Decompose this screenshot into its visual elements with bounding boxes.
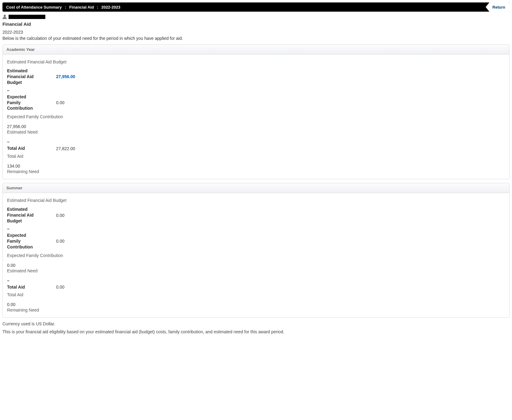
estimated-need-label: Estimated Need	[7, 268, 505, 273]
estimated-need-value: 0.00	[7, 263, 505, 268]
remaining-need-value: 134.00	[7, 164, 505, 168]
budget-subhead: Estimated Financial Aid Budget	[7, 198, 505, 203]
remaining-need-label: Remaining Need	[7, 308, 505, 312]
efc-label: Expected Family Contribution	[7, 233, 41, 250]
row-efc: Expected Family Contribution 0.00	[7, 233, 505, 250]
panel-header: Academic Year	[3, 45, 509, 55]
row-efc: Expected Family Contribution 0.00	[7, 94, 505, 112]
user-icon	[2, 15, 7, 19]
total-aid-value: 27,822.00	[56, 146, 75, 151]
minus-icon: –	[7, 226, 505, 231]
efc-value: 0.00	[56, 239, 64, 244]
user-name-redacted	[9, 15, 45, 19]
total-aid-label: Total Aid	[7, 284, 41, 290]
budget-value: 0.00	[56, 213, 64, 218]
estimated-need-label: Estimated Need	[7, 130, 505, 134]
return-button[interactable]: Return	[486, 2, 510, 12]
efc-value: 0.00	[56, 100, 64, 105]
breadcrumb-item: Cost of Attendance Summary	[6, 5, 62, 9]
aid-year: 2022-2023	[2, 30, 510, 35]
efc-label: Expected Family Contribution	[7, 94, 41, 112]
breadcrumb-item: 2022-2023	[101, 5, 120, 9]
row-total-aid: Total Aid 27,822.00	[7, 146, 505, 151]
row-total-aid: Total Aid 0.00	[7, 284, 505, 290]
intro-text: Below is the calculation of your estimat…	[2, 36, 510, 41]
minus-icon: –	[7, 278, 505, 283]
budget-value-link[interactable]: 27,956.00	[56, 74, 75, 79]
budget-label: Estimated Financial Aid Budget	[7, 206, 41, 224]
budget-subhead: Estimated Financial Aid Budget	[7, 59, 505, 64]
remaining-need-label: Remaining Need	[7, 169, 505, 174]
budget-label: Estimated Financial Aid Budget	[7, 68, 41, 85]
efc-sublabel: Expected Family Contribution	[7, 114, 505, 119]
row-budget: Estimated Financial Aid Budget 27,956.00	[7, 68, 505, 85]
breadcrumb-separator-icon: :	[65, 5, 66, 9]
page-title: Financial Aid	[2, 21, 510, 27]
remaining-need-value: 0.00	[7, 302, 505, 307]
breadcrumb-item: Financial Aid	[69, 5, 94, 9]
total-aid-value: 0.00	[56, 285, 64, 289]
minus-icon: –	[7, 88, 505, 93]
breadcrumb-bar: Cost of Attendance Summary : Financial A…	[2, 2, 510, 12]
eligibility-note: This is your financial aid eligibility b…	[2, 329, 510, 334]
total-aid-sublabel: Total Aid	[7, 154, 505, 159]
panel-header: Summer	[3, 183, 509, 193]
breadcrumb-separator-icon: :	[97, 5, 98, 9]
minus-icon: –	[7, 139, 505, 144]
total-aid-label: Total Aid	[7, 146, 41, 151]
row-budget: Estimated Financial Aid Budget 0.00	[7, 206, 505, 224]
panel-academic-year: Academic Year Estimated Financial Aid Bu…	[2, 44, 510, 179]
breadcrumb: Cost of Attendance Summary : Financial A…	[6, 5, 120, 9]
efc-sublabel: Expected Family Contribution	[7, 253, 505, 258]
panel-summer: Summer Estimated Financial Aid Budget Es…	[2, 183, 510, 318]
estimated-need-value: 27,956.00	[7, 124, 505, 129]
currency-note: Currency used is US Dollar.	[2, 321, 510, 326]
user-row	[2, 15, 510, 19]
total-aid-sublabel: Total Aid	[7, 292, 505, 297]
